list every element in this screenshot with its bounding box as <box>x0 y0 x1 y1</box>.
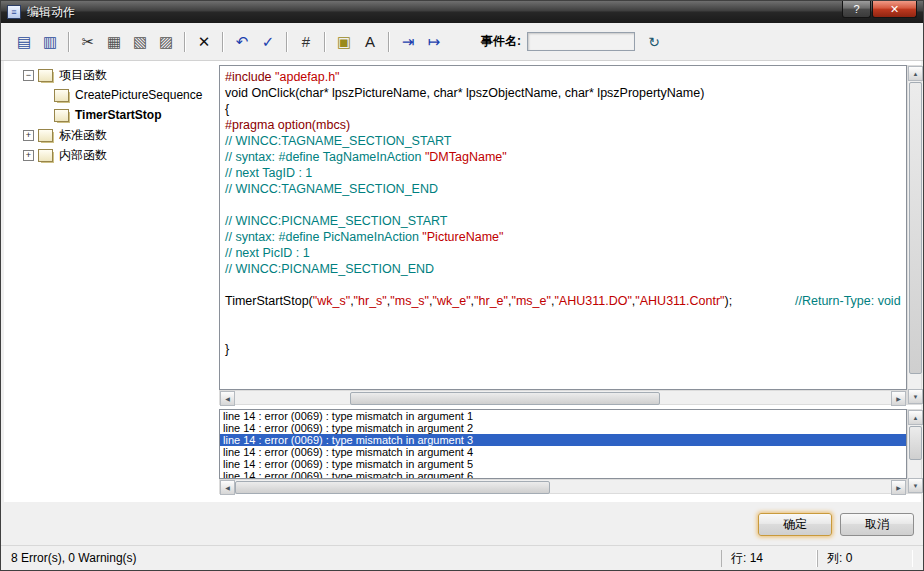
scroll-right-icon[interactable]: ▶ <box>891 480 906 495</box>
tree-item-project-functions[interactable]: −项目函数 <box>9 65 215 85</box>
code-vscrollbar[interactable]: ▲ ▼ <box>907 65 922 405</box>
code-token: "AHU311.DO" <box>554 294 631 308</box>
code-line <box>225 197 906 213</box>
error-row[interactable]: line 14 : error (0069) : type mismatch i… <box>220 470 906 479</box>
code-line <box>225 325 906 341</box>
compile-icon[interactable]: # <box>293 30 319 54</box>
toolbar-separator <box>388 32 390 52</box>
code-token: "hr_e" <box>474 294 508 308</box>
scroll-left-icon[interactable]: ◀ <box>220 480 235 495</box>
check-syntax-icon[interactable]: ✓ <box>255 30 281 54</box>
code-vscroll-thumb[interactable] <box>909 82 922 374</box>
code-line: #include "apdefap.h" <box>225 69 906 85</box>
code-line <box>225 277 906 293</box>
help-button[interactable]: ? <box>842 1 871 18</box>
error-row[interactable]: line 14 : error (0069) : type mismatch i… <box>220 434 906 446</box>
new-action-icon[interactable]: ▤ <box>11 30 37 54</box>
function-tree: −项目函数CreatePictureSequenceTimerStartStop… <box>9 65 215 495</box>
tree-item-label: CreatePictureSequence <box>75 88 202 102</box>
code-hscrollbar[interactable]: ◀ ▶ <box>219 390 907 405</box>
code-token: "wk_e" <box>433 294 471 308</box>
status-column-indicator: 列: 0 <box>817 550 913 567</box>
status-message: 8 Error(s), 0 Warning(s) <box>11 551 721 565</box>
copy-icon[interactable]: ▦ <box>101 30 127 54</box>
event-browse-button[interactable]: ↻ <box>642 30 666 54</box>
scroll-down-icon[interactable]: ▼ <box>908 478 923 493</box>
code-token: // WINCC:PICNAME_SECTION_START <box>225 214 447 228</box>
import-icon[interactable]: ⇥ <box>395 30 421 54</box>
toolbar-separator <box>68 32 70 52</box>
code-token: // WINCC:TAGNAME_SECTION_END <box>225 182 438 196</box>
scroll-left-icon[interactable]: ◀ <box>220 391 235 406</box>
tree-item-create-picture-sequence[interactable]: CreatePictureSequence <box>9 85 215 105</box>
library-icon[interactable]: ▣ <box>331 30 357 54</box>
code-editor[interactable]: #include "apdefap.h"void OnClick(char* l… <box>219 65 907 390</box>
caption-buttons: ? ✕ <box>842 1 917 18</box>
toolbar-separator <box>222 32 224 52</box>
collapse-icon[interactable]: − <box>23 70 34 81</box>
code-token: //Return-Type: void <box>795 293 901 309</box>
window-title: 编辑动作 <box>27 4 75 21</box>
function-book-icon <box>38 69 53 82</box>
cancel-button[interactable]: 取消 <box>840 513 914 536</box>
scroll-up-icon[interactable]: ▲ <box>908 410 923 425</box>
code-token: // syntax: #define TagNameInAction <box>225 150 425 164</box>
code-token: "PictureName" <box>422 230 503 244</box>
expand-icon[interactable]: + <box>23 130 34 141</box>
tree-item-label: 标准函数 <box>59 127 107 144</box>
code-line: { <box>225 101 906 117</box>
scroll-down-icon[interactable]: ▼ <box>908 389 923 404</box>
export-icon[interactable]: ↦ <box>421 30 447 54</box>
scroll-up-icon[interactable]: ▲ <box>908 66 923 81</box>
code-line: #pragma option(mbcs) <box>225 117 906 133</box>
tree-item-timer-start-stop[interactable]: TimerStartStop <box>9 105 215 125</box>
function-book-icon <box>54 109 69 122</box>
delete-icon[interactable]: ✕ <box>191 30 217 54</box>
help-icon: ? <box>853 3 859 15</box>
code-token: { <box>225 102 229 116</box>
code-token: "hr_s" <box>354 294 387 308</box>
code-token: "wk_s" <box>313 294 350 308</box>
toolbar-separator <box>184 32 186 52</box>
open-action-icon[interactable]: ▥ <box>37 30 63 54</box>
insert-icon[interactable]: ▨ <box>153 30 179 54</box>
error-hscroll-thumb[interactable] <box>235 481 550 494</box>
ok-button[interactable]: 确定 <box>758 513 832 536</box>
toolbar: ▤▥✂▦▧▨✕↶✓#▣A⇥↦ 事件名: ↻ <box>1 23 923 61</box>
tree-item-standard-functions[interactable]: +标准函数 <box>9 125 215 145</box>
paste-icon[interactable]: ▧ <box>127 30 153 54</box>
titlebar[interactable]: ≡ 编辑动作 ? ✕ <box>1 1 923 23</box>
window-icon: ≡ <box>7 5 21 19</box>
code-token: // next TagID : 1 <box>225 166 312 180</box>
function-book-icon <box>38 129 53 142</box>
toolbar-separator <box>324 32 326 52</box>
undo-icon[interactable]: ↶ <box>229 30 255 54</box>
code-token: // syntax: #define PicNameInAction <box>225 230 422 244</box>
error-vscroll-thumb[interactable] <box>909 426 922 460</box>
scroll-right-icon[interactable]: ▶ <box>891 391 906 406</box>
code-line: // WINCC:PICNAME_SECTION_START <box>225 213 906 229</box>
expand-icon[interactable]: + <box>23 150 34 161</box>
code-line: // syntax: #define TagNameInAction "DMTa… <box>225 149 906 165</box>
code-line <box>225 309 906 325</box>
tree-item-internal-functions[interactable]: +内部函数 <box>9 145 215 165</box>
error-row[interactable]: line 14 : error (0069) : type mismatch i… <box>220 422 906 434</box>
function-book-icon <box>38 149 53 162</box>
tree-item-label: TimerStartStop <box>75 108 161 122</box>
error-list: line 14 : error (0069) : type mismatch i… <box>219 409 907 479</box>
error-row[interactable]: line 14 : error (0069) : type mismatch i… <box>220 446 906 458</box>
code-hscroll-thumb[interactable] <box>350 392 660 405</box>
event-name-input[interactable] <box>527 32 635 51</box>
error-hscrollbar[interactable]: ◀ ▶ <box>219 479 907 494</box>
status-line-indicator: 行: 14 <box>721 550 817 567</box>
error-vscrollbar[interactable]: ▲ ▼ <box>907 409 922 494</box>
code-line: // WINCC:TAGNAME_SECTION_START <box>225 133 906 149</box>
toolbar-separator <box>286 32 288 52</box>
close-button[interactable]: ✕ <box>872 1 917 18</box>
code-token: TimerStartStop( <box>225 294 313 308</box>
cut-icon[interactable]: ✂ <box>75 30 101 54</box>
error-row[interactable]: line 14 : error (0069) : type mismatch i… <box>220 410 906 422</box>
font-icon[interactable]: A <box>357 30 383 54</box>
error-row[interactable]: line 14 : error (0069) : type mismatch i… <box>220 458 906 470</box>
code-token: // next PicID : 1 <box>225 246 310 260</box>
